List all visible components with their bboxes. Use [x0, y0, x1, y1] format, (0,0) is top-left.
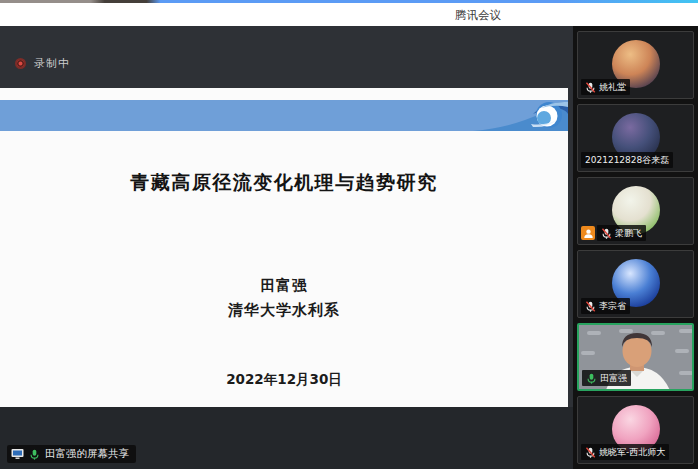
- mic-on-icon: [586, 373, 597, 384]
- participant-tile[interactable]: 李宗省: [577, 250, 694, 318]
- participant-name: 姚晓军-西北师大: [599, 446, 665, 459]
- slide-title: 青藏高原径流变化机理与趋势研究: [0, 170, 568, 196]
- participant-name: 2021212828谷来磊: [585, 154, 669, 167]
- participants-sidebar: 姚礼堂 2021212828谷来磊: [573, 26, 698, 469]
- window-titlebar: 腾讯会议: [0, 3, 698, 26]
- participant-name-label: 田富强: [582, 370, 631, 386]
- participant-name-label: 李宗省: [581, 298, 630, 314]
- screen-share-icon: [11, 448, 24, 460]
- participant-tile[interactable]: 姚晓军-西北师大: [577, 396, 694, 464]
- participant-tile[interactable]: 2021212828谷来磊: [577, 104, 694, 172]
- participant-name: 李宗省: [599, 300, 626, 313]
- presentation-slide: 青藏高原径流变化机理与趋势研究 田富强 清华大学水利系 2022年12月30日: [0, 88, 568, 407]
- screen-share-status: 田富强的屏幕共享: [7, 445, 136, 463]
- participant-name: 梁鹏飞: [615, 227, 642, 240]
- meeting-window: 腾讯会议 录制中 青藏高原径流变化机理与趋势研究 田富强 清华: [0, 0, 698, 469]
- slide-presenter: 田富强: [0, 276, 568, 295]
- screen-share-stage: 录制中 青藏高原径流变化机理与趋势研究 田富强 清华大学水利系 2022年12月…: [0, 26, 573, 469]
- mic-on-icon: [29, 449, 40, 460]
- slide-affiliation: 清华大学水利系: [0, 301, 568, 320]
- slide-date: 2022年12月30日: [0, 371, 568, 389]
- mic-muted-icon: [585, 301, 596, 312]
- participant-name-label: 梁鹏飞: [597, 225, 646, 241]
- recording-indicator[interactable]: 录制中: [15, 55, 70, 71]
- participant-name: 田富强: [600, 372, 627, 385]
- participant-name-label: 姚礼堂: [581, 79, 630, 95]
- mic-muted-icon: [585, 82, 596, 93]
- member-badge-icon: [581, 226, 595, 240]
- share-label-text: 田富强的屏幕共享: [45, 447, 129, 461]
- slide-banner: [0, 100, 568, 131]
- record-icon: [15, 58, 26, 69]
- mic-muted-icon: [585, 447, 596, 458]
- participant-tiles: 姚礼堂 2021212828谷来磊: [577, 31, 694, 469]
- mic-muted-icon: [601, 228, 612, 239]
- window-title: 腾讯会议: [455, 8, 501, 23]
- participant-tile[interactable]: 梁鹏飞: [577, 177, 694, 245]
- wave-image: [473, 100, 568, 131]
- participant-tile[interactable]: 姚礼堂: [577, 31, 694, 99]
- participant-tile[interactable]: 田富强: [577, 323, 694, 391]
- participant-name-label: 2021212828谷来磊: [581, 152, 673, 168]
- recording-label: 录制中: [34, 56, 70, 71]
- participant-name-label: 姚晓军-西北师大: [581, 444, 669, 460]
- participant-name: 姚礼堂: [599, 81, 626, 94]
